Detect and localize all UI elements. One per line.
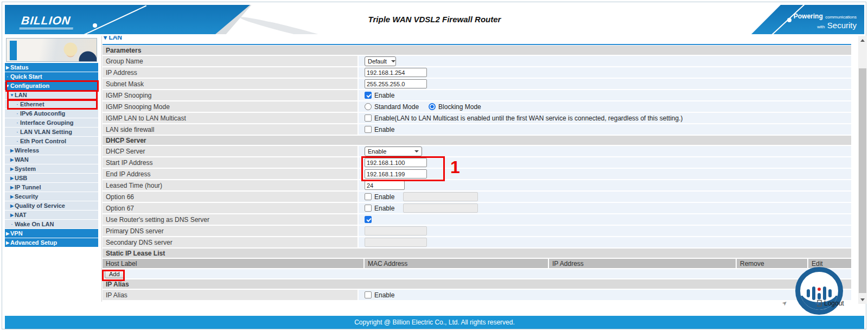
- ip-address-input[interactable]: [365, 68, 427, 77]
- add-button[interactable]: Add: [105, 270, 124, 278]
- bullet-icon: ·: [15, 111, 20, 116]
- leased-time-input[interactable]: [365, 181, 405, 190]
- logo-bar: [807, 289, 810, 297]
- sidebar-item-ipv6-autoconfig[interactable]: ·IPv6 Autoconfig: [5, 109, 98, 118]
- header-dot-left: [93, 23, 97, 28]
- group-name-select[interactable]: Default: [365, 56, 396, 66]
- row-ip-address: IP Address: [103, 67, 851, 78]
- bullet-icon: ·: [15, 130, 20, 135]
- arrow-right-icon: ▶: [9, 148, 15, 153]
- sidebar-item-status[interactable]: ▶Status: [5, 63, 98, 72]
- row-group-name: Group Name Default: [103, 56, 851, 66]
- section-header-dhcp: DHCP Server: [103, 136, 851, 145]
- row-igmp-snooping-mode: IGMP Snooping Mode Standard Mode Blockin…: [103, 101, 851, 112]
- content-title-clip: ▾ LAN: [103, 36, 851, 44]
- row-option-67: Option 67 Enable: [103, 203, 851, 213]
- logo-bar: [812, 287, 815, 300]
- arrow-down-icon: ▼: [5, 84, 10, 88]
- row-primary-dns: Primary DNS server: [103, 226, 851, 236]
- row-start-ip: Start IP Address: [103, 157, 851, 168]
- option67-input[interactable]: [403, 203, 478, 213]
- option67-checkbox[interactable]: [365, 205, 372, 212]
- sidebar-item-lan[interactable]: ▼LAN: [5, 91, 98, 99]
- arrow-right-icon: ▶: [9, 185, 15, 190]
- sidebar-item-vpn[interactable]: ▶VPN: [5, 229, 98, 238]
- dhcp-server-select[interactable]: Enable: [365, 147, 422, 156]
- logout-door-icon: [815, 300, 822, 307]
- scrollbar-thumb[interactable]: [859, 68, 866, 293]
- sidebar-item-security[interactable]: ▶Security: [5, 192, 98, 201]
- footer-bar: Copyright @ Billion Electric Co., Ltd. A…: [5, 316, 864, 329]
- sidebar-item-configuration[interactable]: ▼Configuration: [5, 81, 98, 90]
- sidebar-item-wake-on-lan[interactable]: ·Wake On LAN: [5, 220, 98, 228]
- title-underline: [103, 44, 851, 45]
- row-igmp-snooping: IGMP Snooping Enable: [103, 90, 851, 100]
- subnet-mask-input[interactable]: [365, 79, 427, 88]
- secondary-dns-input[interactable]: [365, 238, 427, 247]
- lan-config-form: ▾ LAN Parameters Group Name Default IP A…: [103, 36, 851, 301]
- sidebar-item-ip-tunnel[interactable]: ▶IP Tunnel: [5, 183, 98, 192]
- chevron-down-icon: [391, 60, 395, 62]
- app-frame: BILLION Triple WAN VDSL2 Firewall Router…: [2, 2, 866, 329]
- sidebar-item-wireless[interactable]: ▶Wireless: [5, 146, 98, 155]
- header-dot-right: [787, 18, 792, 22]
- arrow-right-icon: ▶: [9, 194, 15, 199]
- section-header-parameters: Parameters: [103, 46, 851, 55]
- row-subnet-mask: Subnet Mask: [103, 79, 851, 89]
- slogan-line2: with Security: [751, 21, 857, 30]
- logo-red-dot: [818, 288, 821, 291]
- content-left-border: [101, 36, 102, 302]
- router-dns-checkbox[interactable]: [365, 216, 372, 223]
- sidebar-item-lan-vlan-setting[interactable]: ·LAN VLAN Setting: [5, 128, 98, 136]
- sidebar-item-interface-grouping[interactable]: ·Interface Grouping: [5, 118, 98, 127]
- blocking-mode-radio[interactable]: [429, 103, 436, 110]
- arrow-down-icon: ▼: [9, 93, 15, 98]
- arrow-right-icon: ▶: [5, 240, 10, 245]
- row-lan-side-firewall: LAN side firewall Enable: [103, 124, 851, 135]
- primary-dns-input[interactable]: [365, 226, 427, 235]
- copyright-text: Copyright @ Billion Electric Co., Ltd. A…: [354, 319, 515, 326]
- col-mac-address: MAC Address: [365, 259, 548, 268]
- scroll-up-arrow[interactable]: [858, 36, 867, 44]
- header-banner: BILLION Triple WAN VDSL2 Firewall Router…: [5, 5, 864, 34]
- sidebar-item-eth-port-control[interactable]: ·Eth Port Control: [5, 137, 98, 145]
- bullet-icon: ·: [9, 222, 15, 227]
- lan-side-firewall-checkbox[interactable]: [365, 126, 372, 133]
- row-router-dns: Use Router's setting as DNS Server: [103, 214, 851, 225]
- billion-watermark-logo: [795, 267, 843, 315]
- row-igmp-lan-multicast: IGMP LAN to LAN Multicast Enable(LAN to …: [103, 113, 851, 123]
- arrow-right-icon: ▶: [9, 167, 15, 171]
- sidebar-item-nat[interactable]: ▶NAT: [5, 211, 98, 219]
- header-right-block: Powering communications with Security: [751, 5, 864, 34]
- row-ip-alias: IP Alias Enable: [103, 290, 851, 300]
- igmp-lan-multicast-checkbox[interactable]: [365, 114, 372, 122]
- sidebar-item-quality-of-service[interactable]: ▶Quality of Service: [5, 201, 98, 210]
- logout-button[interactable]: Logout: [815, 300, 844, 307]
- arrow-right-icon: ▶: [5, 231, 10, 236]
- bullet-icon: ·: [15, 102, 20, 107]
- sidebar-nav: ▶Status ·Quick Start ▼Configuration ▼LAN…: [5, 36, 98, 247]
- sidebar-item-wan[interactable]: ▶WAN: [5, 155, 98, 164]
- option66-input[interactable]: [403, 192, 478, 201]
- sidebar-item-advanced-setup[interactable]: ▶Advanced Setup: [5, 238, 98, 247]
- sidebar-item-usb[interactable]: ▶USB: [5, 174, 98, 182]
- row-end-ip: End IP Address: [103, 169, 851, 179]
- start-ip-input[interactable]: [365, 158, 427, 167]
- sidebar-item-quick-start[interactable]: ·Quick Start: [5, 72, 98, 81]
- sidebar-photo-banner: [6, 38, 97, 62]
- scroll-down-arrow[interactable]: [858, 295, 867, 304]
- row-option-66: Option 66 Enable: [103, 192, 851, 202]
- sidebar-item-system[interactable]: ▶System: [5, 164, 98, 173]
- bullet-icon: ·: [15, 139, 20, 144]
- ip-alias-checkbox[interactable]: [365, 291, 372, 298]
- vertical-scrollbar[interactable]: [858, 36, 867, 304]
- end-ip-input[interactable]: [365, 169, 427, 179]
- row-leased-time: Leased Time (hour): [103, 180, 851, 190]
- sidebar-item-ethernet[interactable]: ·Ethernet: [5, 100, 98, 109]
- arrow-right-icon: ▶: [5, 65, 10, 70]
- igmp-snooping-checkbox[interactable]: [365, 92, 372, 99]
- row-secondary-dns: Secondary DNS server: [103, 237, 851, 247]
- option66-checkbox[interactable]: [365, 193, 372, 200]
- logo-bar: [828, 289, 832, 297]
- standard-mode-radio[interactable]: [365, 103, 372, 110]
